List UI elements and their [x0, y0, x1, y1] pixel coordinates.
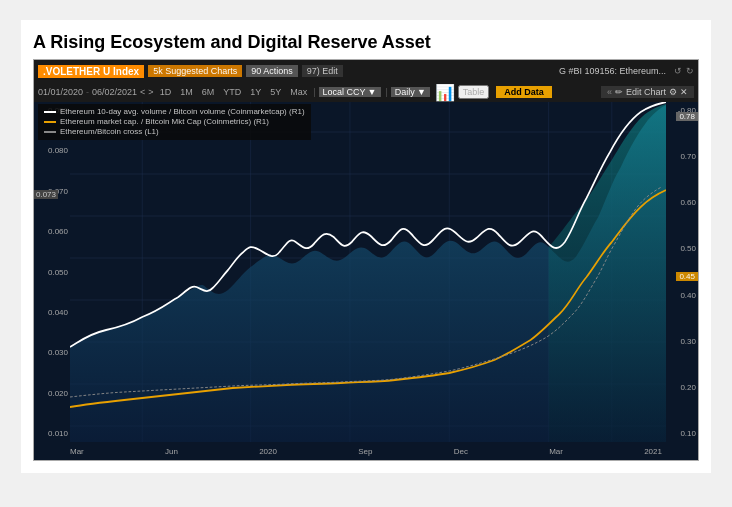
main-container: A Rising Ecosystem and Digital Reserve A… [21, 20, 711, 473]
legend-color-2 [44, 121, 56, 123]
toolbar-row1: .VOLETHER U Index 5k Suggested Charts 90… [34, 60, 698, 82]
chart-wrapper: .VOLETHER U Index 5k Suggested Charts 90… [33, 59, 699, 461]
period-1d[interactable]: 1D [157, 87, 175, 97]
x-label-mar: Mar [70, 447, 84, 456]
y-label-right-6: 0.20 [668, 383, 696, 392]
legend-label-1: Ethereum 10-day avg. volume / Bitcoin vo… [60, 107, 305, 116]
x-label-2021: 2021 [644, 447, 662, 456]
y-label-left-7: 0.020 [36, 389, 68, 398]
y-axis-left: 0.090 0.080 0.070 0.060 0.050 0.040 0.03… [34, 102, 70, 442]
edit-chart-button[interactable]: « ✏ Edit Chart ⚙ ✕ [601, 86, 694, 98]
y-label-left-5: 0.040 [36, 308, 68, 317]
prev-arrow[interactable]: < [140, 87, 145, 97]
period-1y[interactable]: 1Y [247, 87, 264, 97]
date-separator: - [86, 87, 89, 97]
left-highlight-value: 0.073 [34, 190, 58, 199]
redo-icon[interactable]: ↻ [686, 66, 694, 76]
date-end[interactable]: 06/02/2021 [92, 87, 137, 97]
actions-button[interactable]: 90 Actions [246, 65, 298, 77]
y-label-right-1: 0.70 [668, 152, 696, 161]
x-axis: Mar Jun 2020 Sep Dec Mar 2021 [34, 442, 698, 460]
x-label-jun: Jun [165, 447, 178, 456]
right-highlight-top: 0.78 [676, 112, 698, 121]
date-start[interactable]: 01/01/2020 [38, 87, 83, 97]
x-label-mar2: Mar [549, 447, 563, 456]
y-label-right-2: 0.60 [668, 198, 696, 207]
close-icon: ✕ [680, 87, 688, 97]
toolbar-row2: 01/01/2020 - 06/02/2021 < > 1D 1M 6M YTD… [34, 82, 698, 102]
chart-svg [70, 102, 666, 442]
legend-color-1 [44, 111, 56, 113]
ticker-badge[interactable]: .VOLETHER U Index [38, 65, 144, 78]
y-label-left-6: 0.030 [36, 348, 68, 357]
y-label-left-3: 0.060 [36, 227, 68, 236]
y-label-right-5: 0.30 [668, 337, 696, 346]
edit-button[interactable]: 97) Edit [302, 65, 343, 77]
y-label-right-7: 0.10 [668, 429, 696, 438]
undo-icon[interactable]: ↺ [674, 66, 682, 76]
legend-color-3 [44, 131, 56, 133]
x-label-sep: Sep [358, 447, 372, 456]
separator2: | [386, 87, 388, 97]
chart-legend: Ethereum 10-day avg. volume / Bitcoin vo… [38, 104, 311, 140]
y-label-left-8: 0.010 [36, 429, 68, 438]
right-highlight-mid: 0.45 [676, 272, 698, 281]
chart-icon[interactable]: 📊 [435, 83, 455, 102]
gear-icon: ⚙ [669, 87, 677, 97]
pencil-icon: ✏ [615, 87, 623, 97]
legend-item-3: Ethereum/Bitcoin cross (L1) [44, 127, 305, 136]
y-label-left-1: 0.080 [36, 146, 68, 155]
y-label-right-4: 0.40 [668, 291, 696, 300]
x-label-2020: 2020 [259, 447, 277, 456]
double-chevron-icon: « [607, 87, 612, 97]
table-view-button[interactable]: Table [458, 85, 490, 99]
suggested-charts-button[interactable]: 5k Suggested Charts [148, 65, 242, 77]
frequency-dropdown[interactable]: Daily ▼ [391, 87, 430, 97]
y-label-right-3: 0.50 [668, 244, 696, 253]
period-6m[interactable]: 6M [199, 87, 218, 97]
period-max[interactable]: Max [287, 87, 310, 97]
page-title: A Rising Ecosystem and Digital Reserve A… [33, 32, 699, 53]
x-label-dec: Dec [454, 447, 468, 456]
legend-label-2: Ethereum market cap. / Bitcoin Mkt Cap (… [60, 117, 269, 126]
next-arrow[interactable]: > [148, 87, 153, 97]
chart-area[interactable]: 0.090 0.080 0.070 0.060 0.050 0.040 0.03… [34, 102, 698, 442]
y-label-left-4: 0.050 [36, 268, 68, 277]
period-1m[interactable]: 1M [177, 87, 196, 97]
legend-label-3: Ethereum/Bitcoin cross (L1) [60, 127, 159, 136]
security-info: G #BI 109156: Ethereum... [559, 66, 666, 76]
local-ccy-separator: | [313, 87, 315, 97]
period-5y[interactable]: 5Y [267, 87, 284, 97]
legend-item-1: Ethereum 10-day avg. volume / Bitcoin vo… [44, 107, 305, 116]
local-ccy-dropdown[interactable]: Local CCY ▼ [319, 87, 381, 97]
add-data-button[interactable]: Add Data [496, 86, 552, 98]
legend-item-2: Ethereum market cap. / Bitcoin Mkt Cap (… [44, 117, 305, 126]
period-ytd[interactable]: YTD [220, 87, 244, 97]
